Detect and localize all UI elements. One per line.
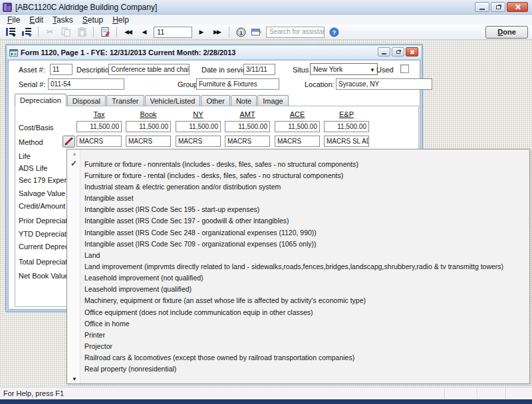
location-field[interactable]: Syracuse, NY: [336, 78, 432, 90]
column-header-tax: Tax: [76, 110, 122, 118]
form-restore-button[interactable]: [392, 47, 404, 56]
restore-button[interactable]: [491, 2, 505, 12]
menu-edit[interactable]: Edit: [25, 15, 48, 25]
tab-disposal[interactable]: Disposal: [67, 95, 106, 106]
dropdown-item[interactable]: Intangible asset (IRS Code Sec 248 - org…: [67, 227, 529, 238]
svg-text:?: ?: [332, 29, 336, 36]
dropdown-item[interactable]: Land: [67, 249, 529, 260]
date-in-service-field[interactable]: 3/11/11: [243, 64, 275, 75]
dropdown-item[interactable]: Office equipment (does not include commu…: [67, 306, 529, 318]
paste-icon: [78, 27, 86, 37]
used-checkbox[interactable]: [400, 64, 409, 73]
edit-display-button[interactable]: [98, 26, 112, 38]
tab-note[interactable]: Note: [231, 95, 257, 106]
dropdown-item-label: Leasehold improvement (qualified): [84, 285, 192, 293]
method-cell-tax[interactable]: MACRS: [76, 136, 122, 147]
next-record-button[interactable]: ▶: [195, 26, 208, 38]
location-label: Location:: [305, 80, 334, 88]
done-button[interactable]: Done: [485, 26, 528, 39]
method-wizard-button[interactable]: [63, 136, 75, 148]
cost-basis-cell-ep[interactable]: 11,500.00: [324, 121, 369, 132]
method-cell-ny[interactable]: MACRS: [176, 136, 221, 147]
tab-image[interactable]: Image: [257, 95, 289, 106]
menu-file[interactable]: File: [3, 15, 25, 25]
dropdown-item[interactable]: Real property (nonresidential): [67, 363, 529, 375]
previous-record-button[interactable]: ◀: [138, 26, 151, 38]
minimize-button[interactable]: [475, 2, 489, 12]
asset-number-label: Asset #:: [19, 66, 45, 74]
toolbar: ✂ ◀◀ ◀ 11 ▶ ▶▶ 1 ? Search for assistance…: [0, 25, 532, 40]
form-minimize-button[interactable]: [378, 47, 390, 56]
add-asset-icon: [5, 27, 16, 37]
form-close-button[interactable]: [406, 47, 418, 56]
first-record-icon: ◀◀: [124, 29, 132, 35]
tab-vehicle-listed[interactable]: Vehicle/Listed: [145, 95, 201, 106]
cost-basis-cell-book[interactable]: 11,500.00: [126, 121, 171, 132]
cost-basis-cell-amt[interactable]: 11,500.00: [225, 121, 270, 132]
tab-other[interactable]: Other: [201, 95, 230, 106]
method-cell-ep[interactable]: MACRS SL ADS: [324, 136, 369, 147]
column-header-book: Book: [126, 110, 171, 118]
add-activity-button[interactable]: [20, 26, 33, 38]
first-record-button[interactable]: ◀◀: [122, 26, 135, 38]
method-cell-amt[interactable]: MACRS: [225, 136, 270, 147]
dropdown-item-label: Furniture or fixture - nonrentals (inclu…: [84, 160, 358, 168]
dropdown-item[interactable]: Intangible asset (IRS Code Sec 709 - org…: [67, 238, 529, 249]
dropdown-item[interactable]: Land improvement (imprvmts directly rela…: [67, 260, 529, 272]
serial-number-label: Serial #:: [19, 80, 45, 88]
dropdown-item[interactable]: Industrial steam & electric generation a…: [67, 181, 529, 192]
dropdown-item[interactable]: Office in home: [67, 318, 529, 329]
method-cell-book[interactable]: MACRS: [126, 136, 171, 147]
scroll-down-icon[interactable]: ▼: [69, 375, 80, 383]
dropdown-item[interactable]: Leasehold improvement (not qualified): [67, 272, 529, 284]
situs-select[interactable]: New York ▼: [310, 63, 378, 75]
paste-button[interactable]: [75, 26, 88, 38]
context-help-button[interactable]: ?: [250, 26, 263, 38]
status-text: For Help, press F1: [3, 389, 64, 397]
menu-help[interactable]: Help: [108, 15, 134, 25]
dropdown-item[interactable]: Furniture or fixture - rental (includes …: [67, 169, 529, 181]
description-field[interactable]: Conference table and chairs: [108, 64, 190, 75]
dropdown-item[interactable]: Intangible asset (IRS Code Sec 197 - goo…: [67, 215, 529, 227]
svg-text:?: ?: [257, 29, 261, 37]
cost-basis-cell-ace[interactable]: 11,500.00: [275, 121, 320, 132]
dropdown-item[interactable]: Intangible asset (IRS Code Sec 195 - sta…: [67, 204, 529, 215]
cut-button[interactable]: ✂: [43, 26, 57, 38]
last-record-button[interactable]: ▶▶: [211, 26, 224, 38]
status-divider: [477, 388, 477, 399]
record-number-input[interactable]: 11: [154, 27, 192, 38]
asset-number-field[interactable]: 11: [50, 64, 72, 75]
tab-depreciation[interactable]: Depreciation: [15, 94, 66, 106]
dropdown-item[interactable]: Projector: [67, 341, 529, 352]
dropdown-item[interactable]: Machinery, equipment or fixture (an asse…: [67, 295, 529, 306]
menu-bar: FileEditTasksSetupHelp: [0, 15, 532, 25]
dropdown-item[interactable]: Railroad cars & locomotives (except thos…: [67, 352, 529, 363]
dropdown-item-label: Intangible asset (IRS Code Sec 709 - org…: [84, 240, 316, 248]
selected-check-icon: ✓: [70, 159, 77, 168]
tab-transfer[interactable]: Transfer: [106, 95, 144, 106]
search-input[interactable]: Search for assistance: [266, 27, 325, 38]
search-placeholder: Search for assistance: [269, 28, 325, 35]
menu-setup[interactable]: Setup: [78, 15, 108, 25]
display-calculation-button[interactable]: 1: [234, 26, 247, 38]
title-bar: [ABC1120C Aldridge Building Company]: [0, 0, 532, 15]
serial-number-field[interactable]: 011-54: [48, 78, 124, 90]
dropdown-item[interactable]: Printer: [67, 329, 529, 340]
method-cell-ace[interactable]: MACRS: [275, 136, 320, 147]
dropdown-item[interactable]: ✓Furniture or fixture - nonrentals (incl…: [67, 158, 529, 169]
add-asset-button[interactable]: [4, 26, 17, 38]
situs-value: New York: [313, 65, 342, 73]
close-button[interactable]: [507, 2, 528, 12]
dropdown-item-label: Intangible asset (IRS Code Sec 248 - org…: [84, 229, 317, 237]
dropdown-item[interactable]: Intangible asset: [67, 192, 529, 203]
menu-tasks[interactable]: Tasks: [48, 15, 78, 25]
help-button[interactable]: ?: [327, 26, 340, 38]
status-bar: For Help, press F1: [0, 387, 532, 399]
document-icon: [101, 27, 110, 37]
cost-basis-cell-ny[interactable]: 11,500.00: [176, 121, 221, 132]
group-field[interactable]: Furniture & Fixtures: [196, 78, 279, 90]
cost-basis-cell-tax[interactable]: 11,500.00: [76, 121, 122, 132]
copy-button[interactable]: [59, 26, 72, 38]
dropdown-item[interactable]: Leasehold improvement (qualified): [67, 284, 529, 295]
scroll-up-icon[interactable]: ▲: [69, 150, 80, 157]
